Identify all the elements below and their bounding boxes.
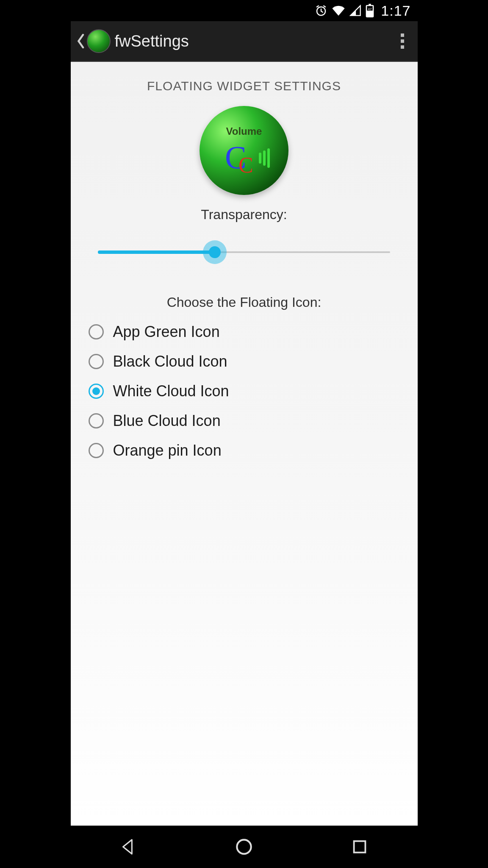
action-bar-title: fwSettings (115, 32, 189, 50)
alarm-icon (315, 4, 327, 17)
preview-volume-label: Volume (200, 125, 288, 137)
radio-option[interactable]: Black Cloud Icon (89, 353, 400, 370)
svg-rect-6 (354, 841, 366, 853)
overflow-menu-icon[interactable] (392, 33, 413, 49)
choose-icon-label: Choose the Floating Icon: (167, 295, 322, 310)
app-icon[interactable] (87, 29, 111, 53)
radio-option[interactable]: App Green Icon (89, 323, 400, 341)
radio-dot-icon (92, 387, 100, 395)
settings-content: FLOATING WIDGET SETTINGS Volume C C Tran… (71, 62, 418, 826)
svg-point-5 (237, 840, 251, 854)
status-bar: 47 1:17 (71, 0, 418, 21)
nav-recent-button[interactable] (347, 834, 372, 860)
radio-label: White Cloud Icon (113, 382, 229, 400)
radio-button[interactable] (89, 443, 104, 458)
navigation-bar (71, 826, 418, 868)
radio-label: Blue Cloud Icon (113, 412, 221, 430)
radio-option[interactable]: White Cloud Icon (89, 382, 400, 400)
slider-thumb[interactable] (209, 246, 221, 258)
nav-back-button[interactable] (116, 834, 141, 860)
wifi-icon (332, 4, 345, 17)
svg-rect-2 (369, 4, 371, 6)
section-header: FLOATING WIDGET SETTINGS (147, 79, 341, 93)
svg-text:47: 47 (368, 7, 372, 11)
radio-button[interactable] (89, 384, 104, 399)
status-time: 1:17 (381, 3, 410, 19)
preview-letter-c-red: C (238, 153, 253, 178)
action-bar: fwSettings (71, 21, 418, 62)
radio-option[interactable]: Blue Cloud Icon (89, 412, 400, 430)
radio-label: Black Cloud Icon (113, 353, 227, 370)
radio-button[interactable] (89, 413, 104, 428)
transparency-slider[interactable] (98, 239, 390, 265)
transparency-label: Transparency: (201, 207, 287, 223)
up-caret-icon[interactable] (76, 33, 85, 50)
battery-icon: 47 (366, 4, 374, 17)
cell-signal-icon (349, 5, 361, 17)
svg-rect-3 (366, 11, 373, 17)
radio-label: Orange pin Icon (113, 442, 222, 459)
widget-preview-icon: Volume C C (200, 106, 288, 195)
nav-home-button[interactable] (231, 834, 257, 860)
radio-button[interactable] (89, 354, 104, 369)
radio-option[interactable]: Orange pin Icon (89, 442, 400, 459)
slider-fill (98, 250, 215, 254)
sound-wave-icon (259, 148, 270, 168)
radio-label: App Green Icon (113, 323, 220, 341)
icon-radio-group: App Green IconBlack Cloud IconWhite Clou… (71, 310, 418, 459)
radio-button[interactable] (89, 324, 104, 339)
